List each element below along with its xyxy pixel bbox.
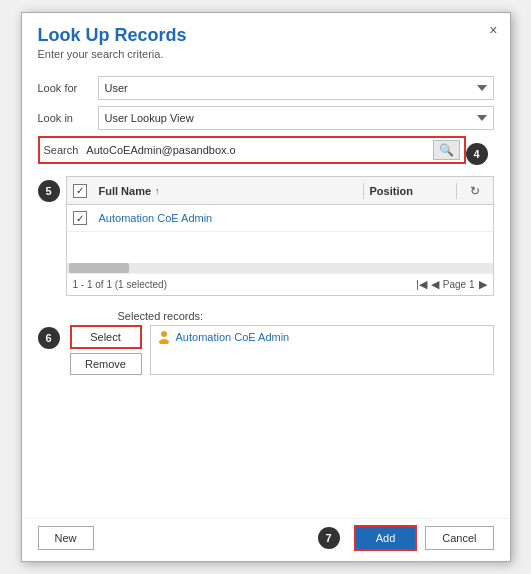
look-for-row: Look for User (38, 76, 494, 100)
close-button[interactable]: × (489, 23, 497, 37)
search-row: Search 🔍 (38, 136, 466, 164)
dialog-title: Look Up Records (38, 25, 494, 46)
look-for-label: Look for (38, 82, 98, 94)
dialog-header: Look Up Records Enter your search criter… (22, 13, 510, 68)
table-row: Automation CoE Admin (67, 205, 493, 232)
pagination-status: 1 - 1 of 1 (1 selected) (73, 279, 168, 290)
prev-page-button[interactable]: ◀ (431, 278, 439, 291)
dialog-subtitle: Enter your search criteria. (38, 48, 494, 60)
next-page-button[interactable]: ▶ (479, 278, 487, 291)
results-section: 5 Full Name ↑ Position ↻ (38, 176, 494, 300)
look-in-row: Look in User Lookup View (38, 106, 494, 130)
step-7-badge: 7 (318, 527, 340, 549)
row-checkbox-container (73, 211, 93, 225)
step-5-badge: 5 (38, 180, 60, 202)
step-4-badge: 4 (466, 143, 488, 165)
footer-left-buttons: New (38, 526, 94, 550)
selected-records-label: Selected records: (118, 310, 494, 322)
horizontal-scrollbar[interactable] (67, 263, 493, 273)
footer-right-buttons: 7 Add Cancel (318, 525, 494, 551)
new-button[interactable]: New (38, 526, 94, 550)
selected-records-area: 6 Select Remove (38, 325, 494, 375)
svg-point-1 (159, 339, 169, 344)
fullname-column-header: Full Name ↑ (99, 185, 357, 197)
position-column-header: Position (370, 185, 450, 197)
svg-point-0 (161, 331, 167, 337)
search-input[interactable] (84, 142, 432, 158)
selected-action-buttons: Select Remove (70, 325, 142, 375)
select-button[interactable]: Select (70, 325, 142, 349)
cancel-button[interactable]: Cancel (425, 526, 493, 550)
dialog-body: Look for User Look in User Lookup View S… (22, 68, 510, 518)
row-checkbox[interactable] (73, 211, 87, 225)
search-step-row: Search 🔍 4 (38, 136, 494, 172)
selected-records-section: Selected records: 6 Select Remove (38, 310, 494, 375)
header-checkbox-container (73, 184, 93, 198)
column-separator (363, 183, 364, 199)
column-separator-2 (456, 183, 457, 199)
result-name-link[interactable]: Automation CoE Admin (99, 212, 487, 224)
look-for-select[interactable]: User (98, 76, 494, 100)
pagination-controls: |◀ ◀ Page 1 ▶ (416, 278, 487, 291)
sort-arrow-icon[interactable]: ↑ (155, 186, 160, 196)
selected-record-name: Automation CoE Admin (176, 331, 290, 343)
lookup-records-dialog: Look Up Records Enter your search criter… (21, 12, 511, 562)
first-page-button[interactable]: |◀ (416, 278, 427, 291)
remove-button[interactable]: Remove (70, 353, 142, 375)
results-footer: 1 - 1 of 1 (1 selected) |◀ ◀ Page 1 ▶ (67, 273, 493, 295)
selected-record-item: Automation CoE Admin (157, 330, 487, 344)
refresh-icon[interactable]: ↻ (463, 184, 487, 198)
selected-records-box: Automation CoE Admin (150, 325, 494, 375)
table-spacer (67, 232, 493, 263)
person-icon (157, 330, 171, 344)
scrollbar-thumb (69, 263, 129, 273)
select-all-checkbox[interactable] (73, 184, 87, 198)
search-button[interactable]: 🔍 (433, 140, 460, 160)
look-in-label: Look in (38, 112, 98, 124)
results-table: Full Name ↑ Position ↻ Automation CoE Ad… (66, 176, 494, 296)
add-button[interactable]: Add (354, 525, 418, 551)
dialog-footer: New 7 Add Cancel (22, 518, 510, 561)
step-6-badge: 6 (38, 327, 60, 349)
results-header: Full Name ↑ Position ↻ (67, 177, 493, 205)
look-in-select[interactable]: User Lookup View (98, 106, 494, 130)
search-label: Search (44, 144, 79, 156)
page-indicator: Page 1 (443, 279, 475, 290)
step-6-group: 6 Select Remove (38, 325, 142, 375)
